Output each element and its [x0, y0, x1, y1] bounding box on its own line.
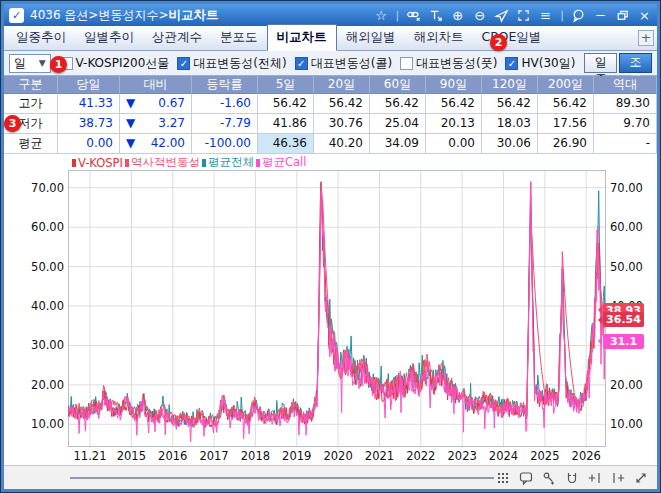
tab-CBOE일별[interactable]: CBOE일별 [473, 25, 551, 50]
checkbox-label: HV(30일) [521, 55, 575, 72]
checked-checkbox-icon[interactable]: ✓ [177, 57, 190, 70]
period-value: 56.42 [538, 94, 594, 114]
rate-value: -7.79 [192, 114, 258, 134]
column-header: 등락률 [192, 76, 258, 94]
comment-bubble-icon[interactable] [517, 469, 534, 486]
crosshair-right-icon[interactable] [609, 469, 626, 486]
tag-arrow-icon [598, 337, 602, 345]
column-header: 200일 [538, 76, 594, 94]
down-arrow-icon: ▼ [126, 94, 135, 113]
y-axis-label: 10.00 [22, 417, 64, 431]
legend-item-역사적변동성[interactable]: 역사적변동성 [125, 155, 200, 170]
restore-icon[interactable] [615, 8, 630, 23]
rate-value: -100.00 [192, 134, 258, 154]
period-value: 26.90 [538, 134, 594, 154]
last-value-tag: 31.1 [603, 334, 644, 349]
period-value: - [594, 134, 657, 154]
legend-label: V-KOSPI [78, 156, 123, 170]
y-axis-label: 70.00 [22, 181, 64, 195]
table-row: 평균0.00▼42.00-100.0046.3640.2034.090.0030… [4, 134, 657, 154]
y-axis-label: 20.00 [610, 378, 652, 392]
unlink-icon[interactable] [406, 8, 421, 23]
close-icon[interactable]: × [637, 8, 652, 23]
column-header: 5일 [258, 76, 314, 94]
y-axis-label: 60.00 [22, 220, 64, 234]
legend-marker-icon [125, 159, 129, 167]
chat-help-icon[interactable] [571, 8, 586, 23]
table-row: 저가38.73▼3.27-7.7941.8630.7625.0420.1318.… [4, 114, 657, 134]
last-value-tag: 36.54 [603, 312, 644, 327]
tab-일별추이[interactable]: 일별추이 [75, 25, 143, 50]
zoom-in-icon[interactable]: ⊕ [450, 8, 465, 23]
crosshair-left-icon[interactable] [586, 469, 603, 486]
period-value: 56.42 [370, 94, 426, 114]
magnet-tool-icon[interactable] [563, 469, 580, 486]
checkbox-대표변동성(풋)[interactable]: 대표변동성(풋) [400, 55, 497, 72]
intraday-button[interactable]: 일중 [584, 53, 617, 73]
x-axis-label: 2016 [153, 449, 193, 463]
checkbox-label: V-KOSPI200선물 [76, 55, 170, 72]
favorite-star-icon[interactable]: ☆ [374, 8, 389, 23]
query-button[interactable]: 조회 [619, 53, 652, 73]
chart-tool-icons [494, 469, 649, 486]
add-tab-button[interactable]: + [638, 30, 654, 46]
tab-분포도[interactable]: 분포도 [211, 25, 267, 50]
legend-marker-icon [256, 159, 260, 167]
tab-비교차트[interactable]: 비교차트 [267, 24, 337, 51]
x-axis-label: 2021 [359, 449, 399, 463]
change-value: ▼3.27 [120, 114, 192, 134]
period-select[interactable]: 일 ▼ [9, 54, 51, 73]
checked-checkbox-icon[interactable]: ✓ [505, 57, 518, 70]
period-value: 56.42 [482, 94, 538, 114]
table-row: 고가41.33▼0.67-1.6056.4256.4256.4256.4256.… [4, 94, 657, 114]
stamp-tool-icon[interactable] [540, 469, 557, 486]
x-axis-label: 2022 [401, 449, 441, 463]
y-axis-label: 50.00 [22, 260, 64, 274]
checkbox-V-KOSPI200선물[interactable]: V-KOSPI200선물 [60, 55, 170, 72]
tab-상관계수[interactable]: 상관계수 [143, 25, 211, 50]
range-slider[interactable] [70, 477, 494, 479]
minimize-icon[interactable]: ─ [593, 8, 608, 23]
row-label: 고가 [4, 94, 58, 114]
checkbox-대표변동성(전체)[interactable]: ✓대표변동성(전체) [177, 55, 286, 72]
period-value: 30.76 [314, 114, 370, 134]
period-value: 20.13 [426, 114, 482, 134]
checkbox-HV(30일)[interactable]: ✓HV(30일) [505, 55, 575, 72]
legend-item-평균Call[interactable]: 평균Call [256, 155, 306, 170]
legend-marker-icon [72, 159, 76, 167]
text-size-icon[interactable] [428, 8, 443, 23]
tab-해외차트[interactable]: 해외차트 [405, 25, 473, 50]
change-value: ▼0.67 [120, 94, 192, 114]
period-value: 18.03 [482, 114, 538, 134]
x-axis-label: 11.21 [70, 449, 110, 463]
x-axis-label: 2020 [318, 449, 358, 463]
chevron-down-icon: ▼ [39, 58, 46, 68]
tab-해외일별[interactable]: 해외일별 [337, 25, 405, 50]
legend-item-평균전체[interactable]: 평균전체 [202, 155, 254, 170]
column-header: 20일 [314, 76, 370, 94]
checkbox-label: 대표변동성(콜) [311, 55, 392, 72]
sep-icon: | [560, 8, 564, 23]
pattern-grid-icon[interactable] [494, 469, 511, 486]
tab-일중추이[interactable]: 일중추이 [7, 25, 75, 50]
tag-arrow-icon [598, 306, 602, 314]
legend-item-V-KOSPI[interactable]: V-KOSPI [72, 155, 123, 170]
send-icon[interactable] [494, 8, 509, 23]
fullscreen-icon[interactable] [516, 8, 531, 23]
menu-list-icon[interactable]: ≡ [538, 8, 553, 23]
checked-checkbox-icon[interactable]: ✓ [295, 57, 308, 70]
period-select-value: 일 [14, 55, 26, 72]
zoom-out-icon[interactable]: ⊖ [472, 8, 487, 23]
period-value: 0.00 [426, 134, 482, 154]
resize-diagonal-icon[interactable] [632, 469, 649, 486]
period-value: 41.86 [258, 114, 314, 134]
daily-value: 0.00 [58, 134, 120, 154]
chart-plot-area[interactable] [68, 170, 607, 448]
window-title: 4036 옵션>변동성지수>비교차트 [30, 7, 218, 24]
unchecked-checkbox-icon[interactable] [400, 57, 413, 70]
step-badge-1: 1 [50, 56, 67, 73]
x-axis-label: 2019 [277, 449, 317, 463]
chart-legend: V-KOSPI역사적변동성평균전체평균Call [72, 155, 306, 170]
step-badge-3: 3 [4, 115, 21, 132]
checkbox-대표변동성(콜)[interactable]: ✓대표변동성(콜) [295, 55, 392, 72]
